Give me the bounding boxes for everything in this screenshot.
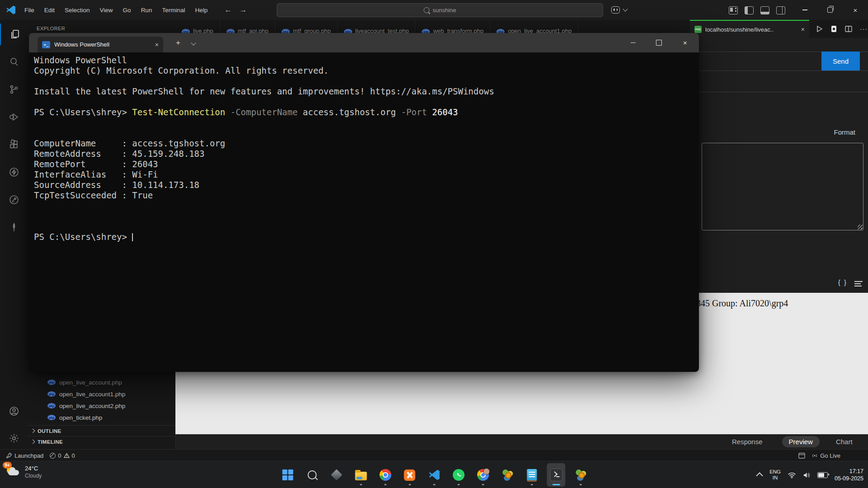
problems-item[interactable]: 0 0 [47,450,78,461]
tab-chart[interactable]: Chart [836,438,853,446]
hidden-icons-chevron[interactable] [756,472,763,479]
search-icon [424,7,429,13]
new-tab-button[interactable]: + [170,33,186,52]
launchpad-label: Launchpad [14,452,43,459]
sidebar-item-source-control[interactable] [0,79,28,100]
accounts-button[interactable] [0,400,28,422]
taskbar-apps [278,461,590,488]
time-label: 17:17 [849,468,863,475]
close-icon[interactable]: × [801,26,805,33]
open-in-browser-icon[interactable] [830,25,837,33]
sidebar-item-extensions[interactable] [0,134,28,155]
json-format-icon[interactable]: { } [838,278,847,286]
vscode-logo [6,5,16,15]
temperature-label: 24°C [25,465,42,472]
toggle-secondary-sidebar-button[interactable] [776,6,785,14]
tab-localhost-preview[interactable]: POS localhost/sunshine/liveac.. × [690,20,809,38]
sidebar-item-run-debug[interactable] [0,106,28,128]
taskbar-whatsapp[interactable] [449,463,468,487]
file-open-live-account[interactable]: php open_live_account.php [28,376,175,388]
go-live-item[interactable]: Go Live [808,450,844,461]
forward-arrow-icon[interactable]: → [239,5,247,14]
outline-section[interactable]: OUTLINE [28,425,175,436]
menu-go[interactable]: Go [119,5,135,16]
terminal-output[interactable]: Windows PowerShell Copyright (C) Microso… [29,52,699,372]
taskbar-chrome-profile[interactable] [474,463,492,487]
window-minimize-button[interactable] [792,0,817,20]
powershell-icon: >_ [42,41,50,48]
close-tab-icon[interactable]: × [155,41,159,48]
menu-selection[interactable]: Selection [61,5,94,16]
menu-run[interactable]: Run [137,5,156,16]
taskbar-xampp[interactable] [401,463,419,487]
terminal-title-bar[interactable]: >_ Windows PowerShell × + × [29,33,699,52]
sidebar-item-thunder-client[interactable] [0,161,28,183]
lines-menu-icon[interactable] [854,281,863,288]
clock-widget[interactable]: 17:17 05-09-2025 [835,468,863,482]
language-indicator[interactable]: ENG IN [769,469,781,481]
settings-button[interactable] [0,427,28,449]
file-open-ticket[interactable]: php open_ticket.php [28,412,175,423]
sidebar-item-mongodb[interactable] [0,216,28,238]
resize-grip[interactable] [858,225,863,230]
tab-dropdown-button[interactable] [186,33,201,52]
launchpad-item[interactable]: Launchpad [3,450,47,461]
file-label: open_live_account.php [59,379,122,386]
run-request-icon[interactable] [816,25,823,33]
copilot-button[interactable] [611,6,627,14]
account-icon [9,406,19,417]
format-button[interactable]: Format [834,128,855,136]
back-arrow-icon[interactable]: ← [224,5,232,14]
taskbar-terminal-active[interactable] [547,463,566,487]
terminal-minimize-button[interactable] [623,33,644,52]
terminal-command-line: PS C:\Users\shrey> Test-NetConnection -C… [34,107,699,117]
sidebar-item-explorer[interactable] [0,23,28,45]
menu-file[interactable]: File [20,5,38,16]
search-icon [9,56,19,67]
start-button[interactable] [278,463,297,487]
menu-view[interactable]: View [96,5,117,16]
taskbar-app-rocket[interactable] [498,463,517,487]
send-button[interactable]: Send [821,52,860,70]
taskbar-notepad[interactable] [523,463,541,487]
more-actions-icon[interactable]: ··· [860,25,868,33]
weather-widget[interactable]: 9+ 24°C Cloudy [5,465,42,480]
terminal-line: Install the latest PowerShell for new fe… [34,86,699,97]
taskbar-chrome[interactable] [376,463,395,487]
browser-preview-item[interactable] [795,450,808,461]
terminal-tab[interactable]: >_ Windows PowerShell × [38,37,163,52]
tab-response[interactable]: Response [732,438,763,446]
taskbar-file-explorer[interactable] [352,463,370,487]
window-restore-button[interactable] [817,0,843,20]
customize-layout-button[interactable] [729,6,738,14]
sidebar-item-search[interactable] [0,51,28,73]
taskbar-app-shield[interactable] [327,463,346,487]
battery-icon[interactable] [817,472,828,478]
terminal-maximize-button[interactable] [648,33,670,52]
tab-preview[interactable]: Preview [782,436,820,447]
rocket-icon [6,452,12,459]
request-body-textarea[interactable] [702,143,863,230]
terminal-line: SourceAddress : 10.114.173.18 [34,180,699,190]
notification-badge: 9+ [3,462,12,469]
command-center-search[interactable]: sunshine [277,3,603,17]
taskbar-app-rocket-2[interactable] [571,463,590,487]
window-close-button[interactable]: × [843,0,868,20]
menu-terminal[interactable]: Terminal [158,5,189,16]
terminal-close-button[interactable]: × [675,33,696,52]
split-editor-icon[interactable] [845,25,852,33]
toggle-panel-button[interactable] [760,6,769,14]
file-open-live-account2[interactable]: php open_live_account2.php [28,400,175,412]
taskbar-search-button[interactable] [303,463,321,487]
file-open-live-account1[interactable]: php open_live_account1.php [28,388,175,400]
menu-help[interactable]: Help [191,5,212,16]
toggle-sidebar-button[interactable] [745,6,754,14]
wifi-icon[interactable] [788,472,796,479]
taskbar-vscode[interactable] [425,463,443,487]
menu-edit[interactable]: Edit [40,5,59,16]
timeline-section[interactable]: TIMELINE [28,436,175,447]
rocket-gear-icon [501,469,513,481]
sidebar-item-live-share[interactable] [0,189,28,211]
file-label: open_live_account1.php [59,391,125,398]
volume-icon[interactable] [803,472,811,479]
